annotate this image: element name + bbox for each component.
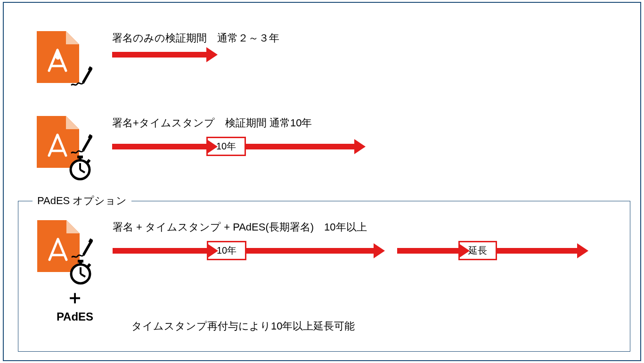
icon-pades: ＋ PAdES xyxy=(37,220,113,323)
row-signature-timestamp: 署名+タイムスタンプ 検証期間 通常10年 10年 xyxy=(37,116,354,177)
pdf-sign-timestamp-icon xyxy=(37,116,89,177)
row2-title: 署名+タイムスタンプ 検証期間 通常10年 xyxy=(112,116,354,130)
row1-title: 署名のみの検証期間 通常２～３年 xyxy=(112,31,279,45)
pades-legend: PAdES オプション xyxy=(33,194,131,208)
pen-icon xyxy=(69,64,92,88)
stopwatch-icon xyxy=(66,154,94,182)
pades-option-box: PAdES オプション xyxy=(18,201,630,352)
pen-icon xyxy=(69,236,93,260)
pdf-sign-icon xyxy=(37,31,89,92)
row-pades: ＋ PAdES 署名 + タイムスタンプ + PAdES(長期署名) 10年以上… xyxy=(37,220,577,323)
outer-frame: 署名のみの検証期間 通常２～３年 xyxy=(3,2,641,361)
stopwatch-icon xyxy=(66,258,95,286)
icon-signature-only xyxy=(37,31,112,92)
row2-arrow: 10年 xyxy=(112,137,354,156)
svg-rect-11 xyxy=(79,262,82,265)
icon-signature-timestamp xyxy=(37,116,112,177)
row3-title: 署名 + タイムスタンプ + PAdES(長期署名) 10年以上 xyxy=(113,220,577,234)
svg-rect-4 xyxy=(79,157,82,161)
plus-icon: ＋ xyxy=(37,284,113,310)
row3-arrow: 10年 延長 xyxy=(113,241,577,260)
pdf-pades-icon xyxy=(37,220,89,281)
row-signature-only: 署名のみの検証期間 通常２～３年 xyxy=(37,31,279,92)
row1-arrow xyxy=(112,52,279,58)
pades-text-label: PAdES xyxy=(37,310,113,323)
pades-footnote: タイムスタンプ再付与により10年以上延長可能 xyxy=(131,319,355,333)
pen-icon xyxy=(69,132,92,156)
